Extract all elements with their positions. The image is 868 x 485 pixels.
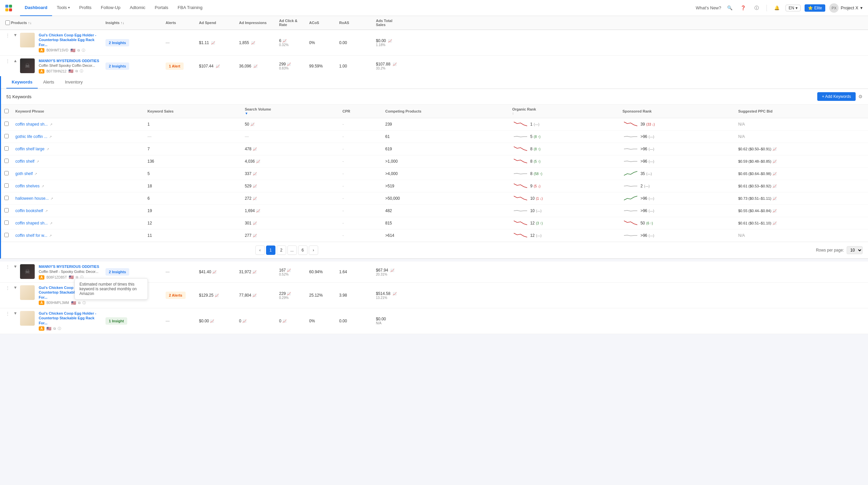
insights-button-5[interactable]: 1 Insight — [105, 317, 127, 325]
nav-followup[interactable]: Follow-Up — [96, 0, 125, 16]
info-product-icon-5[interactable]: ⓘ — [58, 326, 61, 331]
insights-button-1[interactable]: 2 Insights — [105, 39, 129, 47]
whats-new-link[interactable]: What's New? — [696, 5, 721, 10]
external-link-icon[interactable]: ↗ — [50, 123, 53, 126]
kw-phrase-text[interactable]: coffin shelves — [16, 184, 40, 188]
kw-col-organic[interactable]: Organic Rank ↕ — [509, 104, 619, 118]
kw-col-sponsored[interactable]: Sponsored Rank — [619, 104, 735, 118]
page-1-btn[interactable]: 1 — [266, 245, 275, 255]
kw-phrase-text[interactable]: coffin shaped sh... — [16, 221, 48, 225]
nav-tools[interactable]: Tools ▾ — [52, 0, 74, 16]
sort-icon-insights: ↑↓ — [121, 21, 124, 25]
kw-col-competing[interactable]: Competing Products — [382, 104, 509, 118]
insights-button-3[interactable]: 2 Insights — [105, 268, 129, 276]
language-selector[interactable]: EN ▾ — [785, 5, 801, 11]
rows-per-page-select[interactable]: 10 25 50 — [847, 246, 863, 254]
kw-col-sales[interactable]: Keyword Sales — [144, 104, 241, 118]
tab-keywords[interactable]: Keywords — [6, 76, 38, 89]
nav-dashboard[interactable]: Dashboard — [20, 0, 52, 16]
logo[interactable] — [5, 5, 12, 11]
external-link-icon[interactable]: ↗ — [46, 147, 49, 151]
kw-phrase-text[interactable]: goth shelf — [16, 171, 33, 176]
bell-icon[interactable]: 🔔 — [772, 3, 781, 13]
more-options-icon-2[interactable]: ⋮ — [5, 58, 10, 64]
project-button[interactable]: PX Project X ▾ — [829, 3, 863, 13]
kw-phrase-text[interactable]: coffin shelf large — [16, 147, 44, 151]
tab-inventory[interactable]: Inventory — [59, 76, 88, 89]
info-product-icon-2[interactable]: ⓘ — [80, 69, 83, 73]
kw-phrase-text[interactable]: coffin shaped sh... — [16, 122, 48, 127]
prev-page-btn[interactable]: ‹ — [255, 245, 265, 255]
kw-col-phrase[interactable]: Keyword Phrase — [12, 104, 144, 118]
copy-icon-5[interactable]: ⧉ — [54, 327, 56, 331]
col-header-products[interactable]: Products ↑↓ — [3, 16, 103, 29]
page-6-btn[interactable]: 6 — [298, 245, 307, 255]
sort-keyword-phrase[interactable]: Keyword Phrase — [16, 109, 141, 113]
kw-checkbox-0[interactable] — [4, 122, 9, 126]
kw-checkbox-6[interactable] — [4, 196, 9, 200]
nav-fba[interactable]: FBA Training — [173, 0, 207, 16]
kw-phrase-text[interactable]: halloween house... — [16, 196, 49, 201]
acos-cell-2: 99.59% — [307, 63, 337, 69]
external-link-icon[interactable]: ↗ — [50, 221, 53, 225]
collapse-icon-3[interactable]: ▼ — [13, 264, 18, 269]
more-options-icon[interactable]: ⋮ — [5, 33, 10, 38]
copy-icon[interactable]: ⧉ — [78, 49, 80, 53]
kw-phrase-text[interactable]: coffin bookshelf — [16, 208, 43, 213]
help-icon[interactable]: ❓ — [739, 3, 748, 13]
alert-button-4[interactable]: 2 Alerts — [165, 292, 186, 299]
more-options-icon-5[interactable]: ⋮ — [5, 311, 10, 316]
info-product-icon[interactable]: ⓘ — [82, 48, 85, 53]
insights-button-2[interactable]: 2 Insights — [105, 62, 129, 70]
external-link-icon[interactable]: ↗ — [41, 184, 44, 188]
collapse-icon[interactable]: ▼ — [13, 33, 18, 37]
kw-checkbox-5[interactable] — [4, 183, 9, 188]
kw-phrase-text[interactable]: coffin shelf — [16, 159, 34, 164]
collapse-icon-4[interactable]: ▼ — [13, 285, 18, 290]
copy-icon-2[interactable]: ⧉ — [75, 69, 78, 73]
nav-portals[interactable]: Portals — [150, 0, 173, 16]
external-link-icon[interactable]: ↗ — [45, 209, 48, 213]
collapse-icon-5[interactable]: ▼ — [13, 311, 18, 316]
product-name-2[interactable]: MANNY'S MYSTERIOUS ODDITIES — [39, 58, 100, 63]
kw-col-volume[interactable]: Search Volume ▼ — [241, 104, 339, 118]
external-link-icon[interactable]: ↗ — [34, 172, 37, 176]
settings-icon[interactable]: ⚙ — [858, 94, 863, 99]
adimpressions-cell-1: 1,855 📈 — [236, 40, 276, 46]
tab-alerts[interactable]: Alerts — [38, 76, 59, 89]
add-keywords-button[interactable]: + Add Keywords — [817, 92, 856, 101]
next-page-btn[interactable]: › — [309, 245, 318, 255]
external-link-icon[interactable]: ↗ — [51, 197, 53, 201]
kw-checkbox-9[interactable] — [4, 233, 9, 237]
product-name[interactable]: Gui's Chicken Coop Egg Holder - Countert… — [39, 33, 100, 47]
kw-col-bid[interactable]: Suggested PPC Bid — [735, 104, 868, 118]
kw-phrase-text[interactable]: gothic life coffin ... — [16, 134, 48, 139]
col-header-insights[interactable]: Insights ↑↓ — [103, 16, 163, 29]
kw-checkbox-1[interactable] — [4, 134, 9, 138]
search-icon[interactable]: 🔍 — [725, 3, 735, 13]
external-link-icon[interactable]: ↗ — [49, 135, 52, 139]
product-name-3[interactable]: MANNY'S MYSTERIOUS ODDITIES — [39, 264, 100, 269]
elite-button[interactable]: ⭐ Elite — [805, 4, 825, 12]
nav-adtomic[interactable]: Adtomic — [125, 0, 150, 16]
page-2-btn[interactable]: 2 — [277, 245, 286, 255]
external-link-icon[interactable]: ↗ — [49, 234, 52, 238]
nav-profits[interactable]: Profits — [74, 0, 96, 16]
info-product-icon-4[interactable]: ⓘ — [83, 301, 86, 305]
external-link-icon[interactable]: ↗ — [36, 160, 39, 163]
kw-checkbox-4[interactable] — [4, 171, 9, 175]
info-icon[interactable]: ⓘ — [752, 3, 761, 13]
kw-select-all[interactable] — [4, 109, 9, 113]
kw-checkbox-7[interactable] — [4, 208, 9, 212]
kw-checkbox-3[interactable] — [4, 159, 9, 163]
select-all-checkbox[interactable] — [5, 20, 10, 25]
collapse-icon-2[interactable]: ▲ — [13, 58, 18, 63]
more-options-icon-4[interactable]: ⋮ — [5, 285, 10, 291]
copy-icon-4[interactable]: ⧉ — [78, 301, 81, 305]
product-name-5[interactable]: Gui's Chicken Coop Egg Holder - Countert… — [39, 311, 100, 325]
more-options-icon-3[interactable]: ⋮ — [5, 264, 10, 270]
alert-button-2[interactable]: 1 Alert — [165, 62, 184, 70]
kw-checkbox-8[interactable] — [4, 220, 9, 225]
kw-checkbox-2[interactable] — [4, 146, 9, 151]
kw-phrase-text[interactable]: coffin shelf for w... — [16, 233, 48, 238]
